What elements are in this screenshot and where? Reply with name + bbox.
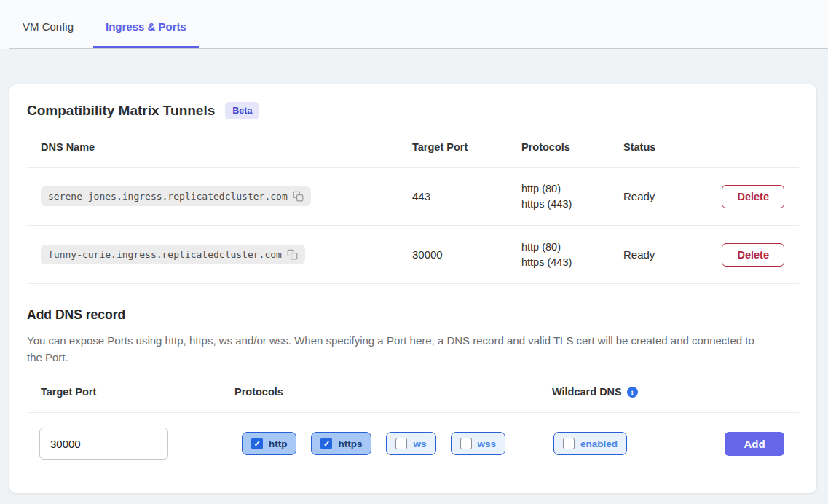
wildcard-dns-label: Wildcard DNS (552, 386, 622, 398)
wildcard-option: enabled (552, 432, 698, 455)
status-value: Ready (623, 248, 700, 261)
card-title: Compatibility Matrix Tunnels (27, 103, 215, 119)
add-dns-title: Add DNS record (27, 307, 799, 323)
copy-icon[interactable] (293, 191, 304, 202)
column-header-actions (700, 141, 799, 161)
add-dns-form-row: http https ws wss enabled Add (27, 413, 799, 473)
protocol-checkbox-http[interactable]: http (242, 432, 296, 455)
card-footer-divider (27, 487, 799, 493)
dns-name-chip: serene-jones.ingress.replicatedcluster.c… (41, 186, 311, 206)
info-icon[interactable]: i (627, 387, 638, 398)
protocol-line: https (443) (521, 197, 623, 212)
column-header-protocols: Protocols (521, 135, 623, 167)
copy-icon[interactable] (287, 249, 298, 260)
dns-name: funny-curie.ingress.replicatedcluster.co… (48, 249, 282, 260)
column-header-status: Status (623, 135, 700, 167)
checkbox-icon (460, 438, 472, 449)
checkbox-icon (563, 438, 575, 449)
delete-button[interactable]: Delete (722, 185, 784, 208)
column-header-target-port: Target Port (412, 135, 521, 167)
checkbox-label: https (338, 438, 362, 449)
table-row: serene-jones.ingress.replicatedcluster.c… (27, 168, 799, 226)
table-row: funny-curie.ingress.replicatedcluster.co… (27, 226, 799, 284)
protocol-checkbox-https[interactable]: https (311, 432, 371, 455)
target-port-value: 443 (412, 190, 521, 202)
checkbox-icon (395, 438, 407, 449)
protocol-checkbox-ws[interactable]: ws (386, 432, 435, 455)
checkbox-label: ws (413, 438, 426, 449)
checkbox-label: enabled (580, 438, 618, 449)
form-header-wildcard-dns: Wildcard DNS i (552, 386, 638, 398)
protocol-options: http https ws wss (242, 432, 552, 455)
status-value: Ready (623, 190, 700, 202)
add-dns-section: Add DNS record You can expose Ports usin… (27, 307, 799, 493)
tab-ingress-ports[interactable]: Ingress & Ports (93, 0, 199, 48)
wildcard-checkbox-enabled[interactable]: enabled (553, 432, 627, 455)
table-header-row: DNS Name Target Port Protocols Status (27, 135, 799, 168)
column-header-dns-name: DNS Name (27, 135, 412, 167)
checkbox-label: wss (478, 438, 497, 449)
tunnels-card: Compatibility Matrix Tunnels Beta DNS Na… (9, 84, 817, 494)
protocol-line: http (80) (521, 240, 623, 255)
add-dns-description: You can expose Ports using http, https, … (27, 332, 762, 366)
table-body: serene-jones.ingress.replicatedcluster.c… (27, 168, 799, 284)
protocols-list: http (80)https (443) (521, 181, 623, 212)
form-header-target-port: Target Port (27, 386, 234, 412)
checkbox-icon (320, 438, 332, 449)
protocol-line: https (443) (521, 255, 623, 270)
dns-name: serene-jones.ingress.replicatedcluster.c… (48, 191, 288, 202)
target-port-value: 30000 (412, 248, 521, 261)
protocol-line: http (80) (521, 181, 623, 197)
form-header-protocols: Protocols (234, 386, 552, 412)
delete-button[interactable]: Delete (722, 243, 784, 267)
target-port-input[interactable] (39, 428, 168, 460)
protocols-list: http (80)https (443) (521, 240, 623, 270)
checkbox-icon (251, 438, 263, 449)
dns-name-chip: funny-curie.ingress.replicatedcluster.co… (41, 245, 305, 264)
form-header-row: Target Port Protocols Wildcard DNS i (27, 386, 799, 413)
tab-bar: VM Config Ingress & Ports (9, 0, 828, 49)
checkbox-label: http (269, 438, 287, 449)
tab-vm-config-label: VM Config (23, 20, 74, 33)
tab-strip: VM Config Ingress & Ports (0, 0, 828, 49)
beta-badge: Beta (225, 102, 259, 119)
tab-ingress-ports-label: Ingress & Ports (106, 20, 186, 33)
card-header: Compatibility Matrix Tunnels Beta (27, 102, 799, 119)
protocol-checkbox-wss[interactable]: wss (451, 432, 506, 455)
add-button[interactable]: Add (725, 432, 784, 456)
tab-vm-config[interactable]: VM Config (9, 0, 87, 48)
